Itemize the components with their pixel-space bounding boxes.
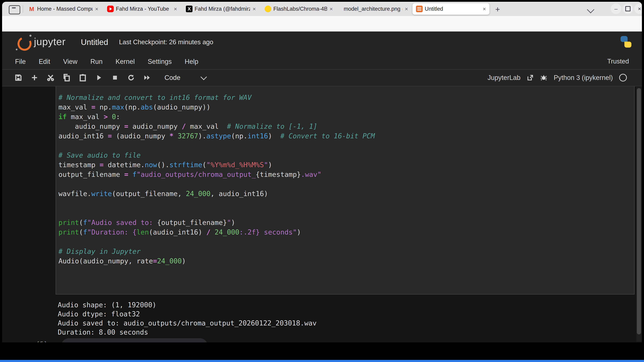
- tab-close-icon[interactable]: ×: [174, 6, 177, 12]
- browser-window: M Home - Massed Compute × Fahd Mirza - Y…: [2, 2, 642, 343]
- trusted-badge[interactable]: Trusted: [607, 58, 629, 65]
- browser-url-bar: ← → localhost:8888/notebooks/Untitled.ip…: [2, 16, 642, 32]
- restart-run-all-button[interactable]: [143, 74, 151, 82]
- menu-help[interactable]: Help: [184, 58, 198, 65]
- tab-close-icon[interactable]: ×: [95, 6, 98, 12]
- tab-untitled-active[interactable]: Untitled ×: [412, 3, 490, 15]
- jupyter-app: jupyter Untitled Last Checkpoint: 26 min…: [2, 31, 642, 343]
- notebook-title[interactable]: Untitled: [81, 37, 108, 47]
- checkpoint-status: Last Checkpoint: 26 minutes ago: [119, 38, 213, 46]
- tab-home-massed-compute[interactable]: M Home - Massed Compute ×: [25, 3, 102, 15]
- python-logo-icon: [620, 36, 632, 47]
- notebook-content: # Normalize and convert to int16 format …: [2, 86, 642, 343]
- kernel-status-icon: [619, 74, 627, 81]
- jupyter-logo[interactable]: [16, 35, 32, 51]
- code-line: print(f"Audio saved to: {output_filename…: [58, 218, 375, 227]
- tab-title: Fahd Mirza - YouTube: [116, 6, 171, 12]
- code-line: # Normalize and convert to int16 format …: [58, 93, 375, 102]
- jupyterlab-link[interactable]: JupyterLab: [488, 74, 520, 81]
- firefox-view-icon[interactable]: [9, 5, 20, 14]
- jupyter-toolbar: Code JupyterLab Python 3 (ipykernel): [2, 70, 642, 86]
- tab-title: FlashLabs/Chroma-4B · H: [273, 6, 327, 12]
- menu-kernel[interactable]: Kernel: [116, 58, 135, 65]
- code-line: [58, 237, 375, 247]
- x-favicon: X: [186, 5, 192, 12]
- tab-youtube[interactable]: Fahd Mirza - YouTube ×: [104, 3, 180, 15]
- audio-player[interactable]: 0:00 / 0:08: [61, 338, 208, 343]
- code-editor[interactable]: # Normalize and convert to int16 format …: [58, 93, 375, 266]
- huggingface-favicon: [264, 5, 271, 12]
- code-line: [58, 198, 375, 208]
- external-link-icon: [527, 74, 534, 81]
- minimize-button[interactable]: –: [611, 3, 621, 14]
- paste-cell-button[interactable]: [79, 74, 87, 82]
- code-line: [58, 179, 375, 189]
- code-line: [58, 208, 375, 218]
- output-line: Audio shape: (1, 192000): [58, 301, 316, 310]
- tab-close-icon[interactable]: ×: [483, 6, 486, 12]
- new-tab-button[interactable]: +: [495, 4, 500, 14]
- code-line: max_val = np.max(np.abs(audio_numpy)): [58, 102, 375, 112]
- notebook-scrollbar[interactable]: [636, 87, 642, 342]
- code-line: if max_val > 0:: [58, 112, 375, 121]
- tab-title: model_architecture.png (PN: [344, 6, 402, 12]
- jupyter-header: jupyter Untitled Last Checkpoint: 26 min…: [2, 31, 642, 54]
- execution-count: [5]:: [36, 340, 51, 343]
- code-line: wavfile.write(output_filename, 24_000, a…: [58, 189, 375, 198]
- tab-x-profile[interactable]: X Fahd Mirza (@fahdmirza ×: [182, 3, 259, 15]
- output-line: Audio dtype: float32: [58, 310, 316, 319]
- code-line: print(f"Duration: {len(audio_int16) / 24…: [58, 227, 375, 237]
- youtube-favicon: [107, 5, 114, 12]
- close-window-button[interactable]: ×: [634, 3, 642, 14]
- menu-edit[interactable]: Edit: [39, 58, 50, 65]
- code-line: audio_int16 = (audio_numpy * 32767).asty…: [58, 131, 375, 141]
- tab-close-icon[interactable]: ×: [330, 6, 333, 12]
- interrupt-kernel-button[interactable]: [111, 74, 119, 82]
- code-line: # Save audio to file: [58, 150, 375, 160]
- copy-cell-button[interactable]: [63, 74, 71, 82]
- screenshot-root: M Home - Massed Compute × Fahd Mirza - Y…: [0, 0, 644, 362]
- cut-cell-button[interactable]: [46, 74, 54, 82]
- kernel-name[interactable]: Python 3 (ipykernel): [554, 74, 613, 81]
- list-all-tabs-icon[interactable]: [587, 6, 594, 13]
- code-line: timestamp = datetime.now().strftime("%Y%…: [58, 160, 375, 170]
- tab-close-icon[interactable]: ×: [252, 6, 256, 12]
- jupyter-wordmark: jupyter: [34, 36, 66, 47]
- jupyter-menu-bar: File Edit View Run Kernel Settings Help …: [2, 54, 642, 70]
- menu-settings[interactable]: Settings: [148, 58, 172, 65]
- tab-title: Home - Massed Compute: [37, 6, 92, 12]
- maximize-button[interactable]: [623, 3, 633, 14]
- cell-type-value: Code: [164, 74, 180, 81]
- menu-file[interactable]: File: [15, 58, 26, 65]
- cell-output-text: Audio shape: (1, 192000)Audio dtype: flo…: [58, 301, 316, 337]
- code-line: [58, 141, 375, 150]
- tab-close-icon[interactable]: ×: [405, 6, 408, 12]
- video-progress-strip: [0, 360, 644, 362]
- menu-run[interactable]: Run: [90, 58, 102, 65]
- code-cell[interactable]: # Normalize and convert to int16 format …: [56, 86, 634, 295]
- code-line: # Display in Jupyter: [58, 247, 375, 256]
- code-line: output_filename = f"audio_outputs/chroma…: [58, 170, 375, 179]
- restart-kernel-button[interactable]: [127, 74, 135, 82]
- cell-type-dropdown[interactable]: Code: [164, 74, 206, 81]
- tab-huggingface[interactable]: FlashLabs/Chroma-4B · H ×: [261, 3, 336, 15]
- tab-model-architecture[interactable]: model_architecture.png (PN ×: [338, 3, 412, 15]
- chevron-down-icon: [200, 74, 207, 80]
- code-line: audio_numpy = audio_numpy / max_val # No…: [58, 121, 375, 131]
- browser-tab-bar: M Home - Massed Compute × Fahd Mirza - Y…: [2, 2, 642, 16]
- tab-title: Fahd Mirza (@fahdmirza: [194, 6, 250, 12]
- massed-compute-favicon: M: [28, 5, 35, 12]
- tab-separator: [23, 5, 23, 13]
- scrollbar-thumb[interactable]: [637, 88, 641, 334]
- tab-title: Untitled: [425, 6, 480, 12]
- debugger-bug-icon[interactable]: [540, 74, 548, 81]
- add-cell-button[interactable]: [30, 74, 38, 82]
- output-line: Duration: 8.00 seconds: [58, 328, 316, 337]
- save-button[interactable]: [14, 74, 22, 82]
- run-cell-button[interactable]: [95, 74, 103, 82]
- jupyter-favicon: [416, 5, 422, 12]
- output-line: Audio saved to: audio_outputs/chroma_out…: [58, 319, 316, 328]
- code-line: Audio(audio_numpy, rate=24_000): [58, 256, 375, 266]
- menu-view[interactable]: View: [63, 58, 78, 65]
